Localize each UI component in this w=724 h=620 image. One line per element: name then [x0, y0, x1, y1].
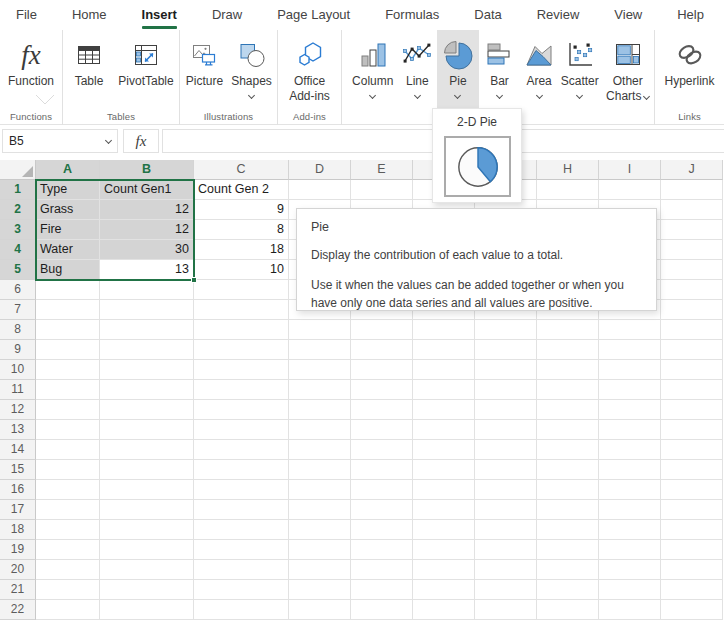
cell-B5[interactable]: 13 [100, 260, 194, 280]
cell-A12[interactable] [36, 400, 100, 420]
cell-C19[interactable] [194, 540, 289, 560]
cell-C11[interactable] [194, 380, 289, 400]
cell-G18[interactable] [475, 520, 537, 540]
cell-C4[interactable]: 18 [194, 240, 289, 260]
cell-A14[interactable] [36, 440, 100, 460]
cell-J14[interactable] [661, 440, 723, 460]
picture-button[interactable]: Picture [182, 30, 228, 108]
cell-A8[interactable] [36, 320, 100, 340]
insert-function-button[interactable]: fx [123, 129, 159, 153]
cell-J6[interactable] [661, 280, 723, 300]
row-header-4[interactable]: 4 [0, 240, 36, 260]
cell-F19[interactable] [413, 540, 475, 560]
cell-E9[interactable] [351, 340, 413, 360]
cell-D1[interactable] [289, 180, 351, 200]
cell-D22[interactable] [289, 600, 351, 620]
cell-D14[interactable] [289, 440, 351, 460]
cell-E15[interactable] [351, 460, 413, 480]
cell-F9[interactable] [413, 340, 475, 360]
row-header-2[interactable]: 2 [0, 200, 36, 220]
cell-H16[interactable] [537, 480, 599, 500]
cell-B18[interactable] [100, 520, 194, 540]
cell-C9[interactable] [194, 340, 289, 360]
cell-I13[interactable] [599, 420, 661, 440]
cell-H13[interactable] [537, 420, 599, 440]
cell-C6[interactable] [194, 280, 289, 300]
cell-J8[interactable] [661, 320, 723, 340]
row-header-9[interactable]: 9 [0, 340, 36, 360]
cell-C8[interactable] [194, 320, 289, 340]
column-header-B[interactable]: B [100, 160, 194, 180]
fill-handle[interactable] [191, 277, 197, 283]
cell-D20[interactable] [289, 560, 351, 580]
cell-G10[interactable] [475, 360, 537, 380]
cell-J9[interactable] [661, 340, 723, 360]
cell-F18[interactable] [413, 520, 475, 540]
cell-C18[interactable] [194, 520, 289, 540]
cell-F14[interactable] [413, 440, 475, 460]
cell-E11[interactable] [351, 380, 413, 400]
hyperlink-button[interactable]: Hyperlink [659, 30, 721, 108]
cell-B9[interactable] [100, 340, 194, 360]
cell-I9[interactable] [599, 340, 661, 360]
cell-D11[interactable] [289, 380, 351, 400]
cell-F8[interactable] [413, 320, 475, 340]
cell-G19[interactable] [475, 540, 537, 560]
cell-B6[interactable] [100, 280, 194, 300]
cell-J15[interactable] [661, 460, 723, 480]
cell-I8[interactable] [599, 320, 661, 340]
cell-C21[interactable] [194, 580, 289, 600]
cell-C14[interactable] [194, 440, 289, 460]
cell-H9[interactable] [537, 340, 599, 360]
bar-chart-button[interactable]: Bar [479, 30, 521, 108]
cell-C16[interactable] [194, 480, 289, 500]
cell-A21[interactable] [36, 580, 100, 600]
cell-C10[interactable] [194, 360, 289, 380]
pie-chart-button[interactable]: Pie [437, 30, 479, 108]
row-header-19[interactable]: 19 [0, 540, 36, 560]
cell-B10[interactable] [100, 360, 194, 380]
cell-D16[interactable] [289, 480, 351, 500]
column-header-A[interactable]: A [36, 160, 100, 180]
cell-I16[interactable] [599, 480, 661, 500]
cell-F13[interactable] [413, 420, 475, 440]
cell-J1[interactable] [661, 180, 723, 200]
cell-D12[interactable] [289, 400, 351, 420]
cell-J12[interactable] [661, 400, 723, 420]
cell-C5[interactable]: 10 [194, 260, 289, 280]
cell-I19[interactable] [599, 540, 661, 560]
row-header-15[interactable]: 15 [0, 460, 36, 480]
cell-B7[interactable] [100, 300, 194, 320]
cell-F12[interactable] [413, 400, 475, 420]
cell-H14[interactable] [537, 440, 599, 460]
row-header-7[interactable]: 7 [0, 300, 36, 320]
tab-draw[interactable]: Draw [212, 7, 242, 22]
cell-J2[interactable] [661, 200, 723, 220]
cell-E14[interactable] [351, 440, 413, 460]
name-box[interactable]: B5 [2, 129, 118, 153]
shapes-button[interactable]: Shapes [228, 30, 276, 108]
cell-I14[interactable] [599, 440, 661, 460]
cell-C3[interactable]: 8 [194, 220, 289, 240]
cell-A16[interactable] [36, 480, 100, 500]
row-header-14[interactable]: 14 [0, 440, 36, 460]
cell-E16[interactable] [351, 480, 413, 500]
tab-view[interactable]: View [614, 7, 642, 22]
line-chart-button[interactable]: Line [398, 30, 438, 108]
cell-E10[interactable] [351, 360, 413, 380]
column-header-J[interactable]: J [661, 160, 723, 180]
cell-C13[interactable] [194, 420, 289, 440]
other-charts-button[interactable]: Other Charts [602, 30, 654, 108]
column-header-E[interactable]: E [351, 160, 413, 180]
cell-G8[interactable] [475, 320, 537, 340]
cell-D13[interactable] [289, 420, 351, 440]
cell-A9[interactable] [36, 340, 100, 360]
row-header-13[interactable]: 13 [0, 420, 36, 440]
cell-H19[interactable] [537, 540, 599, 560]
row-header-18[interactable]: 18 [0, 520, 36, 540]
cell-B4[interactable]: 30 [100, 240, 194, 260]
cell-J7[interactable] [661, 300, 723, 320]
cell-I20[interactable] [599, 560, 661, 580]
cell-G11[interactable] [475, 380, 537, 400]
cell-G13[interactable] [475, 420, 537, 440]
